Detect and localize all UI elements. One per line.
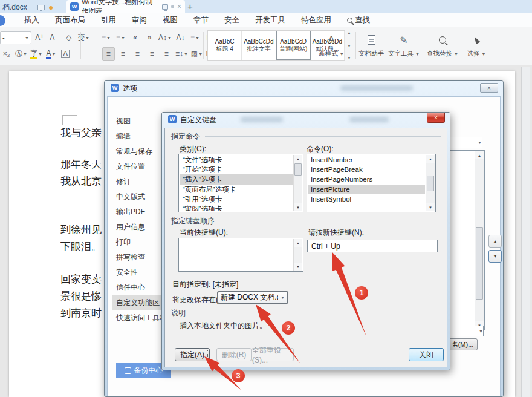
document-vertical-scrollbar[interactable] [521,67,530,397]
tab-active-document[interactable]: W Word文字技...档如何制作图表 × [66,0,185,13]
align-right-icon[interactable]: ≡ [131,47,144,61]
标题 4[interactable]: AaBbC 标题 4 [208,31,242,60]
select-button[interactable]: 选择 ▼ [461,32,492,60]
menu-item[interactable]: 特色应用 [301,15,331,25]
shading-icon[interactable]: ▨▼ [190,47,203,61]
grow-font-icon[interactable]: A⁺ [33,31,46,44]
command-item[interactable]: InsertPicture [308,185,425,194]
move-up-button[interactable]: ▲ [488,235,502,248]
pinyin-guide-icon[interactable]: 变▼ [77,31,90,44]
save-in-dropdown[interactable]: 新建 DOCX 文档.docx ▼ [217,291,288,304]
new-shortcut-input[interactable] [307,240,438,252]
document-text-line: 景很是惨 [60,289,104,303]
menu-item[interactable]: 插入 [24,15,39,25]
new-key-label: 请按新快捷键(N): [308,228,364,238]
scroll-down-icon[interactable]: ▼ [294,203,302,211]
current-keys-listbox[interactable]: ▲ ▼ [178,238,303,272]
scroll-down-icon[interactable]: ▼ [426,203,435,211]
chevron-down-icon: ▼ [25,36,29,40]
distribute-icon[interactable]: ≡ [160,47,173,61]
tab-other-label: 档.docx [2,3,27,11]
category-item[interactable]: “引用”选项卡 [180,194,293,204]
align-left-icon[interactable]: ≡ [102,47,115,61]
category-item[interactable]: “审阅”选项卡 [180,204,293,211]
menu-item[interactable]: 开发工具 [255,15,285,25]
document-text-line: 那年冬天 [60,157,104,171]
category-item[interactable]: “开始”选项卡 [180,165,293,174]
phonetic-icon[interactable]: Ⓐ▼ [15,47,28,61]
new-style-button[interactable]: A 新样式 ▼ [316,32,347,60]
menu-item[interactable]: 审阅 [132,15,147,25]
category-item[interactable]: “插入”选项卡 [180,174,293,184]
scrollbar-thumb[interactable] [294,163,302,176]
bullet-list-icon[interactable]: ≡▼ [100,31,112,44]
command-item[interactable]: InsertPageBreak [308,165,425,174]
command-item[interactable]: InsertNumber [308,155,425,165]
justify-icon[interactable]: ≡ [146,47,158,61]
普通(网站)[interactable]: AaBbCcD 普通(网站) [276,31,311,60]
font-size-combobox[interactable]: -▼ [0,31,31,44]
close-button[interactable]: 关闭 [409,348,444,361]
menu-search[interactable]: 查找 [347,15,370,25]
wps-logo-icon: W [168,115,177,123]
font-color-icon[interactable]: A▼ [45,47,57,61]
command-item[interactable]: InsertSymbol [308,194,425,204]
menu-item[interactable]: 页面布局 [55,15,85,25]
line-spacing-icon[interactable]: ≡↕▼ [175,47,189,61]
chevron-down-icon: ▼ [478,140,482,145]
assign-button[interactable]: 指定(A) [175,348,210,361]
menu-item[interactable]: 视图 [163,15,178,25]
scrollbar-thumb[interactable] [476,227,483,300]
sort-icon[interactable]: A↓ [174,31,187,44]
category-item[interactable]: “文件”选项卡 [180,155,293,165]
menu-bar: 插入页面布局引用审阅视图章节安全开发工具特色应用 查找 [0,13,532,27]
ribbon-toolbar: -▼ A⁺ A⁻ ◇ 变▼ ≡▼ ≡▼ [0,27,532,65]
reset-all-button[interactable]: 全部重设(S)... [251,348,294,361]
assign-command-section-head: 指定命令 [171,131,441,142]
scroll-up-icon[interactable]: ▲ [475,151,484,159]
document-tab-bar: 档.docx W Word文字技...档如何制作图表 × + [0,0,532,13]
unsaved-dot-icon [49,6,53,10]
find-replace-icon [439,34,446,46]
menu-item[interactable]: 引用 [101,15,116,25]
scroll-up-icon[interactable]: ▲ [426,155,435,163]
align-center-icon[interactable]: ≡ [117,47,129,61]
options-close-button[interactable]: × [480,83,498,93]
doc-assistant-button[interactable]: 文档助手 [355,32,387,60]
highlight-color-icon[interactable]: 字▼ [30,47,43,61]
number-list-icon[interactable]: ≡▼ [114,31,127,44]
remove-button[interactable]: 删除(R) [216,348,251,361]
blur-artifact [340,85,413,91]
command-item[interactable]: InsertPageNumbers [308,174,425,184]
increase-indent-icon[interactable]: » [143,31,156,44]
scroll-down-icon[interactable]: ▼ [294,263,302,271]
find-replace-button[interactable]: 查找替换 ▼ [427,32,458,60]
tab-close-icon[interactable]: × [177,2,181,11]
clear-format-icon[interactable]: ◇ [62,31,75,44]
command-listbox[interactable]: InsertNumberInsertPageBreakInsertPageNum… [307,154,436,212]
category-item[interactable]: “页面布局”选项卡 [180,185,293,194]
move-down-button[interactable]: ▼ [488,250,502,263]
wps-logo-icon: W [70,2,79,11]
home-circle-icon[interactable] [0,15,5,26]
decrease-indent-icon[interactable]: « [129,31,141,44]
menu-item[interactable]: 章节 [193,15,209,25]
new-tab-button[interactable]: + [187,1,193,11]
category-listbox[interactable]: “文件”选项卡“开始”选项卡“插入”选项卡“页面布局”选项卡“引用”选项卡“审阅… [178,154,303,212]
char-border-icon[interactable]: A [59,47,72,61]
scrollbar-thumb[interactable] [427,176,434,191]
align-distribute-icon[interactable]: ≡▼ [189,31,201,44]
tab-other-document[interactable]: 档.docx [2,2,53,13]
menu-item[interactable]: 安全 [224,15,239,25]
scroll-up-icon[interactable]: ▲ [294,239,302,247]
subscript-icon[interactable]: ×₂ [0,47,13,61]
keyboard-close-button[interactable]: × [427,113,445,123]
text-direction-icon[interactable]: A↕▼ [158,31,172,44]
document-text-line: 回家变卖 [60,272,104,286]
app-window: 档.docx W Word文字技...档如何制作图表 × + 插入页面布局引用审… [0,0,532,397]
scroll-up-icon[interactable]: ▲ [294,155,302,163]
批注文字[interactable]: AaBbCcDd 批注文字 [242,31,276,60]
text-tool-button[interactable]: ✎ 文字工具 ▼ [388,32,420,60]
shrink-font-icon[interactable]: A⁻ [48,31,60,44]
rename-button[interactable]: 名(M)... [447,338,478,350]
